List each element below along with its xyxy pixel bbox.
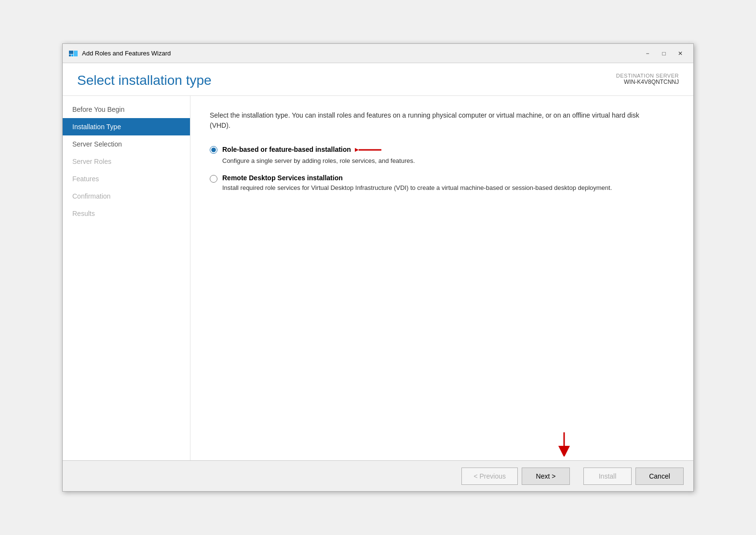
sidebar-item-before-you-begin[interactable]: Before You Begin xyxy=(63,101,190,118)
cancel-button[interactable]: Cancel xyxy=(635,468,684,485)
next-button[interactable]: Next > xyxy=(522,468,570,485)
svg-rect-1 xyxy=(69,54,71,56)
destination-label: DESTINATION SERVER xyxy=(616,73,679,79)
sidebar-item-confirmation: Confirmation xyxy=(63,187,190,205)
title-bar: Add Roles and Features Wizard − □ ✕ xyxy=(63,44,693,63)
page-title: Select installation type xyxy=(77,73,212,88)
close-button[interactable]: ✕ xyxy=(673,48,688,59)
option-content-role-based: Role-based or feature-based installation… xyxy=(222,145,674,165)
option-title-role-based: Role-based or feature-based installation xyxy=(222,145,674,155)
down-arrow-annotation xyxy=(554,432,574,458)
destination-name: WIN-K4V8QNTCNNJ xyxy=(616,79,679,85)
svg-rect-0 xyxy=(69,51,73,54)
destination-server: DESTINATION SERVER WIN-K4V8QNTCNNJ xyxy=(616,73,679,85)
radio-remote-desktop[interactable] xyxy=(210,175,217,183)
footer: < Previous Next > Install Cancel xyxy=(63,460,693,491)
page-header: Select installation type DESTINATION SER… xyxy=(63,63,693,96)
intro-text: Select the installation type. You can in… xyxy=(210,110,644,131)
title-bar-title: Add Roles and Features Wizard xyxy=(82,50,171,57)
main-content: Select the installation type. You can in… xyxy=(190,96,693,460)
content-area: Before You BeginInstallation TypeServer … xyxy=(63,96,693,460)
sidebar-item-server-selection[interactable]: Server Selection xyxy=(63,135,190,153)
option-content-remote-desktop: Remote Desktop Services installationInst… xyxy=(222,174,674,192)
sidebar-item-features: Features xyxy=(63,170,190,187)
previous-button[interactable]: < Previous xyxy=(461,468,518,485)
option-title-remote-desktop: Remote Desktop Services installation xyxy=(222,174,674,182)
option-desc-remote-desktop: Install required role services for Virtu… xyxy=(222,184,674,192)
title-bar-controls: − □ ✕ xyxy=(640,48,688,59)
option-row-remote-desktop: Remote Desktop Services installationInst… xyxy=(210,174,674,192)
sidebar-item-installation-type[interactable]: Installation Type xyxy=(63,118,190,135)
svg-rect-3 xyxy=(74,51,78,56)
option-desc-role-based: Configure a single server by adding role… xyxy=(222,157,674,165)
maximize-button[interactable]: □ xyxy=(657,48,671,59)
sidebar-item-results: Results xyxy=(63,205,190,222)
minimize-button[interactable]: − xyxy=(640,48,655,59)
title-bar-left: Add Roles and Features Wizard xyxy=(68,49,171,58)
sidebar-item-server-roles: Server Roles xyxy=(63,153,190,170)
sidebar: Before You BeginInstallation TypeServer … xyxy=(63,96,190,460)
svg-rect-2 xyxy=(71,54,73,56)
wizard-window: Add Roles and Features Wizard − □ ✕ Sele… xyxy=(62,43,694,492)
option-group: Role-based or feature-based installation… xyxy=(210,145,674,192)
radio-role-based[interactable] xyxy=(210,146,217,154)
right-arrow-icon xyxy=(355,145,384,155)
app-icon xyxy=(68,49,78,58)
install-button[interactable]: Install xyxy=(583,468,632,485)
option-row-role-based: Role-based or feature-based installation… xyxy=(210,145,674,165)
